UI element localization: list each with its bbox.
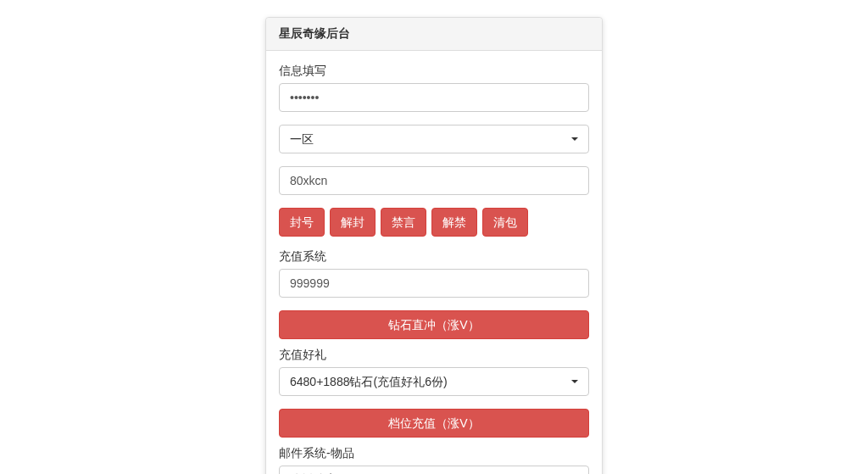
diamond-direct-button[interactable]: 钻石直冲（涨V） bbox=[279, 310, 589, 339]
zone-selected-text: 一区 bbox=[290, 131, 314, 148]
ban-button[interactable]: 封号 bbox=[279, 208, 325, 237]
password-input[interactable] bbox=[279, 83, 589, 112]
panel-body: 信息填写 一区 封号 解封 禁言 解禁 清包 充值系统 钻石直冲（涨V） 充值好… bbox=[266, 51, 602, 474]
unmute-button[interactable]: 解禁 bbox=[431, 208, 477, 237]
id-input[interactable] bbox=[279, 166, 589, 195]
info-label: 信息填写 bbox=[279, 64, 589, 79]
zone-dropdown[interactable]: 一区 bbox=[279, 125, 589, 153]
gift-dropdown[interactable]: 6480+1888钻石(充值好礼6份) bbox=[279, 367, 589, 396]
tier-recharge-button[interactable]: 档位充值（涨V） bbox=[279, 409, 589, 438]
admin-panel: 星辰奇缘后台 信息填写 一区 封号 解封 禁言 解禁 清包 充值系统 钻石直冲（… bbox=[265, 17, 603, 474]
caret-down-icon bbox=[571, 137, 578, 141]
unban-button[interactable]: 解封 bbox=[330, 208, 376, 237]
clear-bag-button[interactable]: 清包 bbox=[482, 208, 528, 237]
gift-label: 充值好礼 bbox=[279, 348, 589, 363]
recharge-label: 充值系统 bbox=[279, 249, 589, 265]
mail-field1-input[interactable] bbox=[279, 466, 589, 474]
mute-button[interactable]: 禁言 bbox=[381, 208, 426, 237]
gift-selected-text: 6480+1888钻石(充值好礼6份) bbox=[290, 373, 448, 390]
ban-button-group: 封号 解封 禁言 解禁 清包 bbox=[279, 208, 589, 237]
caret-down-icon bbox=[571, 380, 578, 383]
mail-label: 邮件系统-物品 bbox=[279, 446, 589, 461]
recharge-amount-input[interactable] bbox=[279, 269, 589, 298]
panel-title: 星辰奇缘后台 bbox=[266, 18, 602, 51]
